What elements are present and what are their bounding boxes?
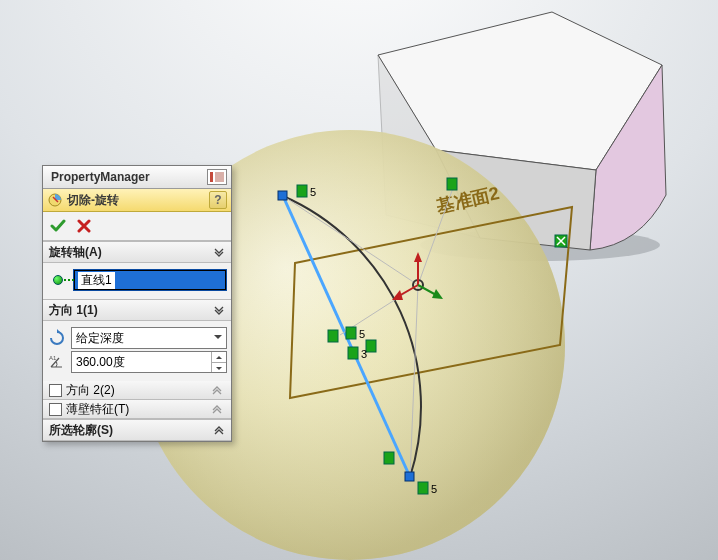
svg-rect-20 <box>346 327 356 339</box>
axis-selector-icon <box>47 270 69 290</box>
property-manager-panel: PropertyManager 切除-旋转 ? 旋转轴(A) <box>42 165 232 442</box>
direction-2-checkbox[interactable] <box>49 384 62 397</box>
spin-down[interactable] <box>212 363 226 373</box>
svg-text:3: 3 <box>361 348 367 360</box>
collapse-icon <box>213 423 227 438</box>
svg-text:5: 5 <box>359 328 365 340</box>
ok-button[interactable] <box>49 217 67 235</box>
svg-text:A1: A1 <box>49 355 57 361</box>
angle-icon: A1 <box>47 352 67 372</box>
section-contours-header[interactable]: 所选轮廓(S) <box>43 419 231 441</box>
collapse-icon <box>213 245 227 260</box>
thumbnail-icon[interactable] <box>207 169 227 185</box>
angle-input[interactable]: 360.00度 <box>71 351 227 373</box>
svg-rect-19 <box>447 178 457 190</box>
feature-name: 切除-旋转 <box>67 192 119 209</box>
svg-text:5: 5 <box>310 186 316 198</box>
property-manager-titlebar: PropertyManager <box>43 166 231 189</box>
angle-spin-buttons[interactable] <box>211 352 226 372</box>
section-direction-1: 方向 1(1) 给定深度 A1 360.00度 <box>43 299 231 381</box>
section-direction-2-header[interactable]: 方向 2(2) <box>43 381 231 400</box>
collapse-icon <box>211 402 225 417</box>
reverse-direction-button[interactable] <box>47 328 67 348</box>
thin-feature-checkbox[interactable] <box>49 403 62 416</box>
end-condition-combo[interactable]: 给定深度 <box>71 327 227 349</box>
svg-rect-22 <box>328 330 338 342</box>
collapse-icon <box>211 383 225 398</box>
section-axis-header[interactable]: 旋转轴(A) <box>43 242 231 263</box>
svg-rect-15 <box>278 191 287 200</box>
svg-text:5: 5 <box>431 483 437 495</box>
svg-rect-29 <box>384 452 394 464</box>
collapse-icon <box>213 303 227 318</box>
help-button[interactable]: ? <box>209 191 227 209</box>
svg-rect-26 <box>405 472 414 481</box>
svg-rect-16 <box>297 185 307 197</box>
property-manager-title: PropertyManager <box>51 170 150 184</box>
section-thin-feature-header[interactable]: 薄壁特征(T) <box>43 400 231 419</box>
section-axis: 旋转轴(A) 直线1 <box>43 241 231 299</box>
confirm-row <box>43 212 231 241</box>
feature-header: 切除-旋转 ? <box>43 189 231 212</box>
svg-rect-27 <box>418 482 428 494</box>
section-direction-1-header[interactable]: 方向 1(1) <box>43 300 231 321</box>
cut-revolve-icon <box>47 192 63 208</box>
cancel-button[interactable] <box>75 217 93 235</box>
svg-rect-24 <box>348 347 358 359</box>
axis-selection-field[interactable]: 直线1 <box>73 269 227 291</box>
spin-up[interactable] <box>212 352 226 363</box>
svg-rect-23 <box>366 340 376 352</box>
